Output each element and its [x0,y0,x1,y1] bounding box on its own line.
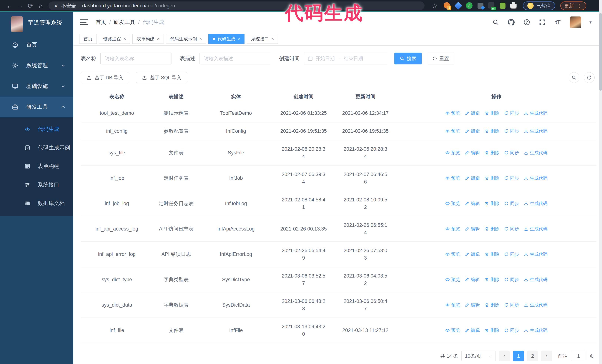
action-sync-link[interactable]: 同步 [504,109,519,117]
extension-check-icon[interactable]: ✓ [466,2,473,9]
action-delete-link[interactable]: 删除 [484,200,499,207]
page-button-1[interactable]: 1 [513,351,524,361]
extension-puzzle-icon[interactable] [510,2,517,9]
action-sync-link[interactable]: 同步 [504,327,519,334]
breadcrumb-tools[interactable]: 研发工具 [114,19,135,26]
sidebar-collapse-icon[interactable] [80,19,88,26]
sidebar-item-2[interactable]: 基础设施 [0,76,73,97]
action-preview-link[interactable]: 预览 [445,109,460,117]
sidebar-subitem-4[interactable]: 数据库文档 [0,194,73,213]
paused-extension-pill[interactable]: 已暂停 [523,1,555,10]
tab-1[interactable]: 链路追踪× [99,34,130,44]
action-generate-link[interactable]: 生成代码 [524,276,548,283]
action-delete-link[interactable]: 删除 [484,225,499,233]
sidebar-item-3[interactable]: 研发工具 [0,97,73,117]
action-edit-link[interactable]: 编辑 [465,149,480,156]
goto-page-input[interactable] [571,351,586,361]
search-icon[interactable] [492,19,499,26]
action-generate-link[interactable]: 生成代码 [524,327,548,334]
fullscreen-icon[interactable] [539,19,546,26]
action-preview-link[interactable]: 预览 [445,200,460,207]
extension-icon[interactable]: 1 [444,2,451,9]
action-preview-link[interactable]: 预览 [445,327,460,334]
sidebar-subitem-0[interactable]: 代码生成 [0,120,73,138]
breadcrumb-home[interactable]: 首页 [96,19,106,26]
user-avatar[interactable] [570,16,581,28]
tab-5[interactable]: 系统接口× [247,34,278,44]
action-generate-link[interactable]: 生成代码 [524,301,548,309]
action-preview-link[interactable]: 预览 [445,250,460,258]
action-delete-link[interactable]: 删除 [484,149,499,156]
tab-4[interactable]: 代码生成× [208,34,245,44]
import-sql-button[interactable]: 基于 SQL 导入 [136,72,187,83]
action-edit-link[interactable]: 编辑 [465,109,480,117]
tab-0[interactable]: 首页 [79,34,97,44]
action-sync-link[interactable]: 同步 [504,276,519,283]
action-preview-link[interactable]: 预览 [445,174,460,182]
extension-on-icon[interactable]: on [488,2,495,9]
sidebar-item-1[interactable]: 系统管理 [0,55,73,76]
action-sync-link[interactable]: 同步 [504,225,519,233]
extension-android-icon[interactable] [499,2,506,9]
toggle-search-button[interactable] [569,72,580,83]
search-button[interactable]: 搜索 [394,52,422,64]
extension-gem-icon[interactable] [455,2,462,9]
action-edit-link[interactable]: 编辑 [465,174,480,182]
sidebar-item-0[interactable]: 首页 [0,34,73,55]
tab-close-icon[interactable]: × [238,36,240,41]
action-sync-link[interactable]: 同步 [504,301,519,309]
reset-button[interactable]: 重置 [427,52,454,64]
avatar-caret-down-icon[interactable]: ▾ [589,20,592,25]
action-preview-link[interactable]: 预览 [445,276,460,283]
action-edit-link[interactable]: 编辑 [465,327,480,334]
prev-page-button[interactable]: ‹ [499,351,510,361]
action-generate-link[interactable]: 生成代码 [524,225,548,233]
action-edit-link[interactable]: 编辑 [465,301,480,309]
sidebar-subitem-2[interactable]: 表单构建 [0,157,73,176]
action-delete-link[interactable]: 删除 [484,327,499,334]
page-size-select[interactable]: 10条/页 ⌄ [462,351,496,361]
tab-close-icon[interactable]: × [271,36,274,41]
browser-forward-icon[interactable]: → [15,1,25,10]
action-sync-link[interactable]: 同步 [504,174,519,182]
sidebar-subitem-1[interactable]: 代码生成示例 [0,138,73,157]
table-name-input[interactable] [100,52,172,64]
refresh-button[interactable] [584,72,595,83]
action-generate-link[interactable]: 生成代码 [524,149,548,156]
extension-grid-icon[interactable] [477,2,484,9]
action-generate-link[interactable]: 生成代码 [524,127,548,135]
next-page-button[interactable]: › [541,351,552,361]
action-edit-link[interactable]: 编辑 [465,250,480,258]
bookmark-star-icon[interactable]: ☆ [432,2,437,9]
action-edit-link[interactable]: 编辑 [465,276,480,283]
browser-reload-icon[interactable]: ⟳ [25,1,36,10]
table-desc-input[interactable] [200,52,271,64]
tab-close-icon[interactable]: × [157,36,160,41]
tab-close-icon[interactable]: × [200,36,202,41]
action-preview-link[interactable]: 预览 [445,225,460,233]
action-preview-link[interactable]: 预览 [445,149,460,156]
action-edit-link[interactable]: 编辑 [465,200,480,207]
browser-back-icon[interactable]: ← [4,1,15,10]
font-size-icon[interactable]: tT [554,19,562,26]
action-generate-link[interactable]: 生成代码 [524,109,548,117]
browser-home-icon[interactable]: ⌂ [36,1,46,10]
action-generate-link[interactable]: 生成代码 [524,174,548,182]
vertical-scrollbar[interactable] [599,0,602,364]
action-delete-link[interactable]: 删除 [484,109,499,117]
action-sync-link[interactable]: 同步 [504,250,519,258]
import-db-button[interactable]: 基于 DB 导入 [81,72,129,83]
action-sync-link[interactable]: 同步 [504,127,519,135]
help-icon[interactable] [523,19,530,26]
browser-update-pill[interactable]: 更新 ⋮ [560,1,586,10]
action-sync-link[interactable]: 同步 [504,149,519,156]
action-preview-link[interactable]: 预览 [445,301,460,309]
action-delete-link[interactable]: 删除 [484,127,499,135]
address-bar[interactable]: ▲ 不安全 dashboard.yudao.iocoder.cn/tool/co… [49,1,425,10]
action-delete-link[interactable]: 删除 [484,250,499,258]
tab-close-icon[interactable]: × [124,36,126,41]
action-edit-link[interactable]: 编辑 [465,127,480,135]
github-icon[interactable] [507,19,515,26]
action-preview-link[interactable]: 预览 [445,127,460,135]
action-delete-link[interactable]: 删除 [484,276,499,283]
